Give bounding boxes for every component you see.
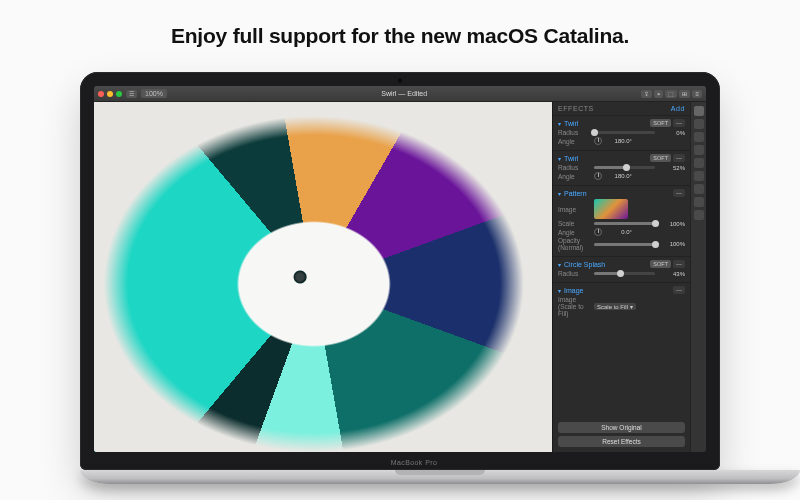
chevron-down-icon: ▾ [558,287,561,294]
titlebar: ☰ 100% Swirl — Edited ⇪ ⌖ ⬚ ⊞ ≡ [94,86,706,102]
param-value: 180.0° [606,138,632,144]
angle-dial[interactable] [594,137,602,145]
param-row: Angle0.0° [558,228,685,236]
param-row: Image (Scale to Fill)Scale to Fill ▾ [558,296,685,317]
effect-header[interactable]: ▾Image⋯ [558,286,685,294]
doc-status-sep: — [398,90,407,97]
param-label: Angle [558,173,590,180]
effect-tag[interactable]: ⋯ [673,189,685,197]
app-window: ☰ 100% Swirl — Edited ⇪ ⌖ ⬚ ⊞ ≡ [94,86,706,452]
document-title: Swirl — Edited [171,90,638,97]
effect-header[interactable]: ▾TwirlSOFT⋯ [558,154,685,162]
effect-tag[interactable]: SOFT [650,260,671,268]
effects-panel: EFFECTS Add ▾TwirlSOFT⋯Radius0%Angle180.… [552,102,690,452]
toolbar-btn-0[interactable]: ⇪ [641,90,652,98]
effect-name: Circle Splash [564,261,605,268]
chevron-down-icon: ▾ [558,120,561,127]
window-controls[interactable] [98,91,122,97]
tool-2[interactable] [694,132,704,142]
toolbar-btn-2[interactable]: ⬚ [665,90,677,98]
param-label: Scale [558,220,590,227]
effect-name: Twirl [564,120,578,127]
chevron-down-icon: ▾ [558,261,561,268]
laptop-bezel: ☰ 100% Swirl — Edited ⇪ ⌖ ⬚ ⊞ ≡ [80,72,720,470]
effect-center-handle[interactable] [295,272,305,282]
close-icon[interactable] [98,91,104,97]
add-effect-button[interactable]: Add [671,105,685,112]
param-row: Scale100% [558,220,685,227]
slider[interactable] [594,272,655,275]
param-row: Radius0% [558,129,685,136]
param-value: 52% [659,165,685,171]
tool-3[interactable] [694,145,704,155]
panel-title: EFFECTS [558,105,594,112]
effect-name: Twirl [564,155,578,162]
effect-section: ▾Circle SplashSOFT⋯Radius43% [553,256,690,282]
param-value: 100% [659,221,685,227]
slider[interactable] [594,222,655,225]
angle-dial[interactable] [594,172,602,180]
maximize-icon[interactable] [116,91,122,97]
param-label: Angle [558,138,590,145]
effect-section: ▾TwirlSOFT⋯Radius52%Angle180.0° [553,150,690,185]
param-row: Angle180.0° [558,172,685,180]
tool-5[interactable] [694,171,704,181]
slider[interactable] [594,131,655,134]
toolbar-btn-4[interactable]: ≡ [692,90,702,98]
laptop-brand-label: MacBook Pro [94,459,734,466]
camera-dot [398,78,403,83]
param-row: Radius52% [558,164,685,171]
effect-tag[interactable]: SOFT [650,154,671,162]
param-label: Radius [558,270,590,277]
effect-header[interactable]: ▾Pattern⋯ [558,189,685,197]
effect-section: ▾TwirlSOFT⋯Radius0%Angle180.0° [553,115,690,150]
sidebar-toggle-icon[interactable]: ☰ [126,90,137,98]
tool-4[interactable] [694,158,704,168]
canvas[interactable] [94,102,552,452]
slider[interactable] [594,166,655,169]
tool-0[interactable] [694,106,704,116]
toolbar-btn-3[interactable]: ⊞ [679,90,690,98]
tool-8[interactable] [694,210,704,220]
laptop-mockup: ☰ 100% Swirl — Edited ⇪ ⌖ ⬚ ⊞ ≡ [80,72,720,484]
param-value: 43% [659,271,685,277]
zoom-level[interactable]: 100% [141,89,167,98]
image-thumbnail[interactable] [594,199,628,219]
param-label: Radius [558,129,590,136]
slider[interactable] [594,243,655,246]
param-row: Image [558,199,685,219]
angle-dial[interactable] [594,228,602,236]
minimize-icon[interactable] [107,91,113,97]
effect-header[interactable]: ▾TwirlSOFT⋯ [558,119,685,127]
effect-tag[interactable]: ⋯ [673,260,685,268]
param-value: 0% [659,130,685,136]
chevron-down-icon: ▾ [558,155,561,162]
doc-name: Swirl [381,90,396,97]
tool-6[interactable] [694,184,704,194]
effect-tag[interactable]: ⋯ [673,119,685,127]
show-original-button[interactable]: Show Original [558,422,685,433]
param-value: 100% [659,241,685,247]
effect-name: Image [564,287,583,294]
effect-tag[interactable]: SOFT [650,119,671,127]
tool-1[interactable] [694,119,704,129]
marketing-headline: Enjoy full support for the new macOS Cat… [0,0,800,66]
effect-tag[interactable]: ⋯ [673,286,685,294]
reset-effects-button[interactable]: Reset Effects [558,436,685,447]
laptop-base [80,470,800,484]
toolbar-btn-1[interactable]: ⌖ [654,90,663,98]
param-label: Opacity (Normal) [558,237,590,251]
param-label: Image (Scale to Fill) [558,296,590,317]
select-dropdown[interactable]: Scale to Fill ▾ [594,303,636,310]
laptop-notch [395,470,485,475]
param-row: Angle180.0° [558,137,685,145]
workspace: EFFECTS Add ▾TwirlSOFT⋯Radius0%Angle180.… [94,102,706,452]
effect-name: Pattern [564,190,587,197]
param-row: Opacity (Normal)100% [558,237,685,251]
effect-header[interactable]: ▾Circle SplashSOFT⋯ [558,260,685,268]
param-label: Radius [558,164,590,171]
effect-tag[interactable]: ⋯ [673,154,685,162]
doc-status: Edited [407,90,427,97]
param-label: Angle [558,229,590,236]
tool-7[interactable] [694,197,704,207]
